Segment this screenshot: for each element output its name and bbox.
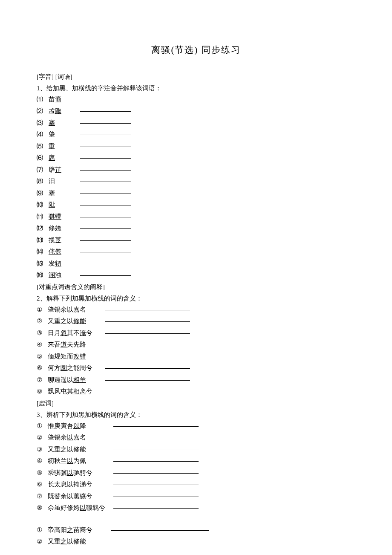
- item-number: ④: [37, 456, 48, 467]
- answer-blank[interactable]: [105, 368, 190, 369]
- item-number: ⑧: [37, 503, 48, 514]
- item-number: ⑦: [37, 491, 48, 502]
- underlined-char: 忽: [61, 330, 67, 336]
- underlined-char: 淹: [80, 330, 86, 336]
- answer-blank[interactable]: [80, 240, 131, 241]
- answer-blank[interactable]: [80, 194, 131, 194]
- underlined-char: 以: [67, 493, 73, 500]
- item-number: ⒁: [37, 246, 49, 257]
- answer-blank[interactable]: [105, 357, 190, 357]
- list-item: ⑾骐骥: [37, 211, 355, 223]
- item-text: 肇: [49, 129, 55, 140]
- answer-blank[interactable]: [113, 508, 199, 509]
- section-label-3: [虚词]: [37, 398, 355, 409]
- answer-blank[interactable]: [113, 426, 199, 427]
- answer-blank[interactable]: [105, 345, 190, 345]
- underlined-char: 改错: [73, 353, 86, 360]
- underlined-char: 芷: [55, 166, 61, 173]
- answer-blank[interactable]: [105, 392, 190, 392]
- answer-blank[interactable]: [80, 252, 131, 252]
- item-number: ⑤: [37, 351, 48, 362]
- answer-blank[interactable]: [105, 380, 190, 381]
- item-text: 偭规矩而改错: [48, 351, 86, 362]
- item-number: ⑸: [37, 141, 49, 152]
- item-number: ⑤: [37, 468, 48, 479]
- item-number: ③: [37, 328, 48, 339]
- list-item: ②肇锡余以嘉名: [37, 432, 355, 443]
- item-number: ⑺: [37, 165, 49, 176]
- answer-blank[interactable]: [80, 217, 131, 217]
- underlined-char: 轫: [55, 260, 61, 267]
- answer-blank[interactable]: [80, 275, 131, 276]
- answer-blank[interactable]: [80, 228, 131, 229]
- item-text: 长太息以掩涕兮: [48, 479, 92, 490]
- underlined-char: 以: [67, 434, 73, 441]
- item-text: 余虽好修姱以鞿羁兮: [48, 503, 105, 514]
- item-text: 重: [49, 141, 55, 152]
- underlined-char: 溷: [49, 272, 55, 278]
- answer-blank[interactable]: [105, 333, 190, 334]
- answer-blank[interactable]: [80, 158, 131, 159]
- answer-blank[interactable]: [113, 461, 199, 462]
- section-label-2: [对重点词语含义的阐释]: [37, 282, 355, 293]
- item-number: ⑾: [37, 211, 49, 223]
- answer-blank[interactable]: [80, 170, 131, 171]
- item-text: 搴: [49, 118, 55, 129]
- underlined-char: 姱: [55, 225, 61, 231]
- list-item: ⑦既替余以蕙纕兮: [37, 491, 355, 502]
- item-number: ③: [37, 444, 48, 455]
- q3-list: ①惟庚寅吾以降②肇锡余以嘉名③又重之以修能④纫秋兰以为佩⑤乘骐骥以驰骋兮⑥长太息…: [37, 421, 355, 514]
- answer-blank[interactable]: [111, 530, 209, 531]
- underlined-char: 茝: [55, 237, 61, 243]
- list-item: ⑥长太息以掩涕兮: [37, 479, 355, 490]
- answer-blank[interactable]: [80, 123, 131, 124]
- item-text: 飘风屯其相离兮: [48, 386, 92, 397]
- answer-blank[interactable]: [105, 542, 203, 542]
- underlined-char: 之: [61, 538, 67, 545]
- item-text: 惟庚寅吾以降: [48, 421, 86, 432]
- answer-blank[interactable]: [80, 264, 131, 264]
- answer-blank[interactable]: [80, 100, 131, 100]
- item-text: 又重之以修能: [48, 316, 86, 327]
- answer-blank[interactable]: [80, 182, 131, 182]
- answer-blank[interactable]: [113, 473, 199, 474]
- item-number: ⑶: [37, 118, 49, 129]
- list-item: ⒂发轫: [37, 258, 355, 269]
- underlined-char: 以: [73, 422, 80, 429]
- item-number: ⑦: [37, 375, 48, 386]
- item-text: 肇锡余以嘉名: [48, 432, 86, 443]
- answer-blank[interactable]: [113, 485, 199, 485]
- item-text: 侘傺: [49, 246, 61, 257]
- answer-blank[interactable]: [113, 497, 199, 497]
- item-text: 揽茝: [49, 235, 61, 246]
- item-text: 来吾道夫先路: [48, 339, 86, 350]
- list-item: ①肇锡余以嘉名: [37, 304, 355, 315]
- underlined-char: 肇: [49, 131, 55, 138]
- answer-blank[interactable]: [80, 111, 131, 112]
- underlined-char: 以: [80, 504, 86, 511]
- answer-blank[interactable]: [80, 147, 131, 147]
- item-text: 帝高阳之苗裔兮: [48, 525, 92, 536]
- item-number: ⑿: [37, 223, 49, 234]
- item-number: ①: [37, 304, 48, 315]
- item-text: 何方圜之能周兮: [48, 363, 92, 374]
- list-item: ⑼搴: [37, 188, 355, 199]
- section-label-1: [字音] [词语]: [37, 72, 355, 83]
- item-number: ②: [37, 536, 48, 547]
- item-text: 溷浊: [49, 270, 61, 281]
- underlined-char: 修能: [73, 318, 86, 324]
- answer-blank[interactable]: [80, 135, 131, 135]
- item-number: ⑥: [37, 479, 48, 490]
- underlined-char: 裔: [55, 96, 61, 103]
- answer-blank[interactable]: [113, 450, 199, 450]
- underlined-char: 骐骥: [49, 213, 61, 220]
- underlined-char: 汩: [49, 178, 55, 185]
- answer-blank[interactable]: [105, 310, 190, 310]
- answer-blank[interactable]: [105, 321, 190, 322]
- underlined-char: 扈: [49, 154, 55, 161]
- underlined-char: 搴: [49, 190, 55, 197]
- item-number: ⑴: [37, 94, 49, 105]
- answer-blank[interactable]: [113, 438, 199, 438]
- answer-blank[interactable]: [80, 205, 131, 205]
- q2-intro: 2、解释下列加黑加横线的词的含义：: [37, 293, 355, 304]
